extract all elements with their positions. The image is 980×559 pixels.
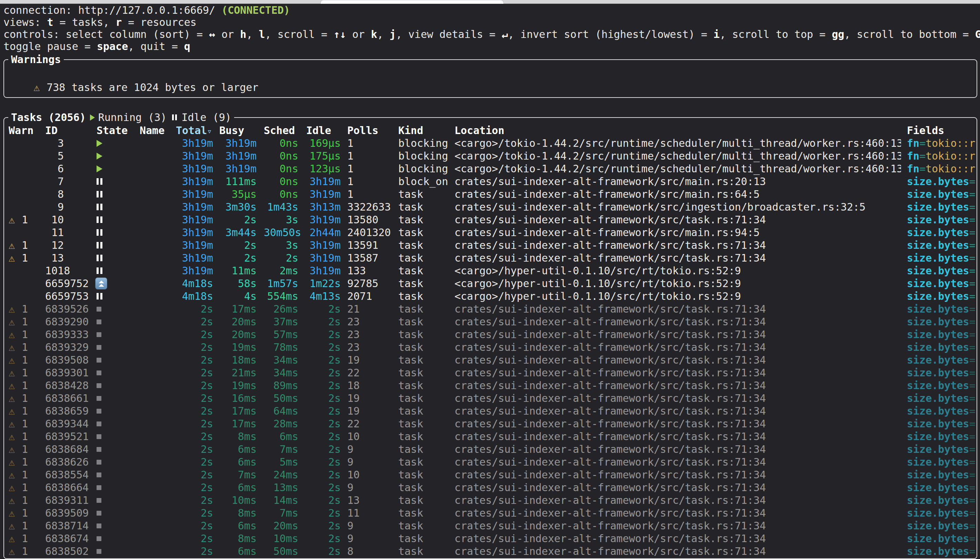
task-row[interactable]: ⚠168393442s17ms28ms2s22taskcrates/sui-in… xyxy=(4,417,977,430)
cell-busy: 2s xyxy=(219,239,257,251)
task-row[interactable]: 53h19m3h19m0ns175µs1blocking<cargo>/toki… xyxy=(4,150,977,162)
column-header-idle[interactable]: Idle xyxy=(306,124,331,137)
task-row[interactable]: ⚠168384282s19ms89ms2s18taskcrates/sui-in… xyxy=(4,379,977,392)
cell-polls: 9 xyxy=(347,519,353,532)
cell-polls: 1 xyxy=(347,162,353,175)
state-running-icon xyxy=(96,153,103,160)
cell-location: crates/sui-indexer-alt-framework/src/tas… xyxy=(455,315,901,328)
task-row[interactable]: ⚠1133h19m2s2s3h19m13587taskcrates/sui-in… xyxy=(4,251,977,265)
column-header-location[interactable]: Location xyxy=(455,124,505,137)
cell-kind: task xyxy=(398,188,423,200)
task-row[interactable]: 93h19m3m30s1m43s3h13m3322633taskcrates/s… xyxy=(4,200,977,213)
console-text: , xyxy=(377,28,390,40)
task-row[interactable]: ⚠168395262s17ms26ms2s21taskcrates/sui-in… xyxy=(4,303,977,315)
cell-sched: 7ms xyxy=(264,443,298,456)
state-completed-icon xyxy=(96,447,101,452)
cell-warn: ⚠1 xyxy=(8,251,28,265)
task-row[interactable]: ⚠168386612s16ms50ms2s19taskcrates/sui-in… xyxy=(4,392,977,405)
cell-idle: 2s xyxy=(306,328,341,341)
field-key: size.bytes xyxy=(907,367,969,379)
field-key: size.bytes xyxy=(907,456,969,468)
warning-icon: ⚠ xyxy=(8,251,22,265)
task-row[interactable]: ⚠168393332s20ms57ms2s23taskcrates/sui-in… xyxy=(4,328,977,341)
field-equals: = xyxy=(969,227,975,238)
cell-busy: 2s xyxy=(219,213,257,226)
column-header-fields[interactable]: Fields xyxy=(907,124,944,137)
task-row[interactable]: ⚠168395092s8ms7ms2s11taskcrates/sui-inde… xyxy=(4,507,977,519)
cell-idle: 3h19m xyxy=(306,175,341,188)
cell-task-id: 6839508 xyxy=(45,354,89,366)
task-row[interactable]: 66597524m18s58s1m57s1m22s92785task<cargo… xyxy=(4,277,977,290)
cell-busy: 3m44s xyxy=(219,226,257,239)
task-row[interactable]: ⚠168386842s6ms7ms2s9taskcrates/sui-index… xyxy=(4,443,977,456)
cell-busy: 19ms xyxy=(219,341,257,354)
cell-fields: size.bytes= xyxy=(907,277,976,290)
column-header-kind[interactable]: Kind xyxy=(398,124,423,137)
task-row[interactable]: ⚠168385542s7ms24ms2s10taskcrates/sui-ind… xyxy=(4,468,977,481)
task-row[interactable]: ⚠168392902s20ms37ms2s23taskcrates/sui-in… xyxy=(4,315,977,328)
task-row[interactable]: ⚠168385022s6ms50ms2s8taskcrates/sui-inde… xyxy=(4,545,977,557)
task-row[interactable]: ⚠168386262s6ms5ms2s9taskcrates/sui-index… xyxy=(4,456,977,468)
cell-total: 2s xyxy=(176,392,213,405)
cell-sched: 64ms xyxy=(264,405,298,417)
task-row[interactable]: ⚠168393112s10ms14ms2s13taskcrates/sui-in… xyxy=(4,494,977,507)
task-row[interactable]: ⚠1103h19m2s3s3h19m13580taskcrates/sui-in… xyxy=(4,213,977,226)
cell-idle: 2s xyxy=(306,379,341,392)
cell-state xyxy=(96,417,101,430)
column-header-id[interactable]: ID xyxy=(45,124,58,137)
task-row[interactable]: 33h19m3h19m0ns169µs1blocking<cargo>/toki… xyxy=(4,137,977,150)
column-header-warn[interactable]: Warn xyxy=(8,124,33,137)
cell-kind: task xyxy=(398,405,423,417)
cell-polls: 22 xyxy=(347,366,360,379)
cell-idle: 1m22s xyxy=(306,277,341,290)
task-row[interactable]: ⚠1123h19m2s3s3h19m13591taskcrates/sui-in… xyxy=(4,239,977,251)
console-text: or xyxy=(346,28,371,40)
cell-busy: 17ms xyxy=(219,303,257,315)
task-row[interactable]: ⚠168393012s21ms34ms2s22taskcrates/sui-in… xyxy=(4,366,977,379)
task-row[interactable]: ⚠168387142s6ms20ms2s9taskcrates/sui-inde… xyxy=(4,519,977,532)
column-header-state[interactable]: State xyxy=(96,124,127,137)
cell-state xyxy=(96,315,101,328)
cell-polls: 19 xyxy=(347,392,360,405)
cell-kind: blocking xyxy=(398,162,448,175)
task-row[interactable]: ⚠168395082s18ms34ms2s19taskcrates/sui-in… xyxy=(4,354,977,366)
cell-idle: 3h19m xyxy=(306,251,341,265)
column-header-polls[interactable]: Polls xyxy=(347,124,378,137)
field-key: size.bytes xyxy=(907,265,969,277)
state-idle-icon xyxy=(96,217,99,223)
field-equals: = xyxy=(969,481,975,493)
warning-icon: ⚠ xyxy=(8,354,22,366)
column-header-sched[interactable]: Sched xyxy=(264,124,295,137)
field-equals: = xyxy=(969,201,975,213)
cell-sched: 2s xyxy=(264,251,298,265)
task-row[interactable]: ⚠168386642s6ms13ms2s9taskcrates/sui-inde… xyxy=(4,481,977,494)
cell-warn: ⚠1 xyxy=(8,315,28,328)
cell-kind: task xyxy=(398,226,423,239)
task-row[interactable]: ⚠168386592s17ms64ms2s19taskcrates/sui-in… xyxy=(4,405,977,417)
task-row[interactable]: 83h19m35µs0ns3h19m1taskcrates/sui-indexe… xyxy=(4,188,977,200)
keybinding-label: i xyxy=(713,28,720,40)
task-row[interactable]: 73h19m111ms0ns3h19m1block_oncrates/sui-i… xyxy=(4,175,977,188)
column-header-total[interactable]: Total▿ xyxy=(176,124,212,138)
task-row[interactable]: ⚠168386742s8ms10ms2s9taskcrates/sui-inde… xyxy=(4,532,977,545)
running-count-label: Running (3) xyxy=(98,111,167,124)
task-row[interactable]: 113h19m3m44s30m50s2h44m2401320taskcrates… xyxy=(4,226,977,239)
task-row[interactable]: ⚠168395212s8ms6ms2s10taskcrates/sui-inde… xyxy=(4,430,977,443)
task-row[interactable]: 63h19m3h19m0ns123µs1blocking<cargo>/toki… xyxy=(4,162,977,175)
cell-fields: size.bytes= xyxy=(907,494,976,507)
column-header-busy[interactable]: Busy xyxy=(219,124,244,137)
console-text: toggle pause = xyxy=(3,40,97,52)
idle-count-label: Idle (9) xyxy=(181,111,232,124)
task-row[interactable]: 66597534m18s4s554ms4m13s2071task<cargo>/… xyxy=(4,290,977,303)
task-row[interactable]: ⚠168393292s19ms78ms2s23taskcrates/sui-in… xyxy=(4,341,977,354)
task-row[interactable]: 10183h19m11ms2ms3h19m133task<cargo>/hype… xyxy=(4,265,977,277)
keybinding-label: ↵ xyxy=(502,28,508,40)
cell-location: crates/sui-indexer-alt-framework/src/tas… xyxy=(455,213,901,226)
field-equals: = xyxy=(969,392,975,404)
column-header-name[interactable]: Name xyxy=(140,124,164,137)
state-idle-icon xyxy=(96,293,99,299)
field-key: size.bytes xyxy=(907,328,969,341)
active-tab[interactable] xyxy=(321,0,503,4)
cell-total: 2s xyxy=(176,366,213,379)
cell-kind: block_on xyxy=(398,175,448,188)
